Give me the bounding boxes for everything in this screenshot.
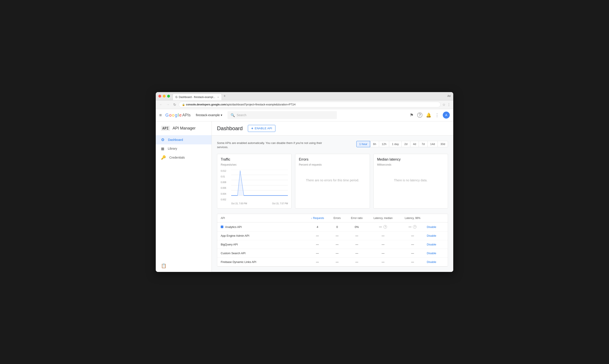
content-header: Dashboard + ENABLE API: [212, 121, 453, 136]
project-dropdown-arrow: ▾: [221, 113, 222, 117]
search-bar[interactable]: 🔍 Search: [228, 111, 337, 119]
traffic-chart-title: Traffic: [221, 157, 288, 161]
table-row: App Engine Admin API — — — — — Disable: [217, 232, 448, 240]
action-appengine[interactable]: Disable: [427, 234, 444, 237]
feedback-icon[interactable]: 📋: [161, 263, 167, 268]
help-icon-98-analytics[interactable]: ?: [413, 225, 416, 229]
time-filter-14d[interactable]: 14d: [428, 141, 438, 147]
logo-apis-text: APIs: [182, 113, 191, 117]
traffic-lights: [158, 95, 170, 98]
main-layout: API API Manager ⚙ Dashboard ▦ Library 🔑 …: [156, 121, 453, 272]
chart-svg-area: [231, 170, 288, 201]
latency-98-bigquery: —: [398, 243, 427, 246]
search-icon: 🔍: [231, 113, 235, 117]
address-url: console.developers.google.com/apis/dashb…: [186, 103, 296, 106]
action-customsearch[interactable]: Disable: [427, 252, 444, 255]
api-table: API ↓ Requests Errors Error ratio Latenc…: [217, 214, 448, 267]
forward-button[interactable]: →: [165, 103, 171, 106]
sidebar-item-credentials[interactable]: 🔑 Credentials: [156, 153, 211, 162]
new-tab-button[interactable]: +: [222, 94, 228, 98]
credentials-icon: 🔑: [161, 155, 166, 160]
notifications-icon[interactable]: 🔔: [426, 112, 431, 118]
sidebar-item-label-library: Library: [168, 147, 177, 150]
address-input[interactable]: 🔒 console.developers.google.com/apis/das…: [179, 102, 441, 107]
traffic-chart: 0.012 0.01 0.008 0.006 0.004 0.002: [221, 170, 288, 205]
errors-customsearch: —: [328, 252, 346, 255]
table-row: Firebase Dynamic Links API — — — — — Dis…: [217, 258, 448, 266]
back-button[interactable]: ←: [158, 103, 164, 106]
errors-bigquery: —: [328, 243, 346, 246]
title-bar: G Dashboard - firestack-exampl... × + Ar…: [156, 92, 453, 100]
sidebar: API API Manager ⚙ Dashboard ▦ Library 🔑 …: [156, 121, 212, 272]
action-analytics[interactable]: Disable: [427, 225, 444, 229]
chart-x-labels: Oct 15, 7:00 PM Oct 15, 7:57 PM: [231, 202, 288, 205]
col-requests[interactable]: ↓ Requests: [307, 217, 328, 220]
latency-median-analytics: — ?: [368, 225, 398, 229]
time-filter-7d[interactable]: 7d: [419, 141, 427, 147]
minimize-button[interactable]: [163, 95, 166, 98]
latency-median-bigquery: —: [368, 243, 398, 246]
tab-close-icon[interactable]: ×: [218, 96, 219, 98]
maximize-button[interactable]: [167, 95, 170, 98]
time-filter-1hour[interactable]: 1 hour: [356, 141, 370, 147]
api-name-analytics: Analytics API: [221, 225, 307, 229]
api-name-appengine: App Engine Admin API: [221, 234, 307, 237]
sort-arrow: ↓: [311, 217, 312, 220]
action-firebase[interactable]: Disable: [427, 260, 444, 264]
hamburger-menu[interactable]: ≡: [159, 113, 162, 118]
enable-api-button[interactable]: + ENABLE API: [248, 125, 275, 132]
latency-chart-subtitle: Milliseconds: [377, 163, 444, 166]
api-logo: API: [161, 126, 170, 131]
latency-98-firebase: —: [398, 260, 427, 264]
errors-chart-subtitle: Percent of requests: [299, 163, 366, 166]
traffic-chart-card: Traffic Requests/sec 0.012 0.01 0.008 0.…: [217, 154, 292, 208]
alert-icon[interactable]: ⚑: [410, 112, 414, 118]
avatar[interactable]: A: [443, 112, 450, 118]
enable-api-label: ENABLE API: [255, 127, 272, 130]
col-api: API: [221, 217, 307, 220]
errors-chart-title: Errors: [299, 157, 366, 161]
latency-chart-title: Median latency: [377, 157, 444, 161]
active-tab[interactable]: G Dashboard - firestack-exampl... ×: [173, 94, 222, 100]
sidebar-item-library[interactable]: ▦ Library: [156, 144, 211, 153]
tab-title: Dashboard - firestack-exampl...: [179, 96, 215, 99]
table-row: BigQuery API — — — — — Disable: [217, 240, 448, 249]
col-actions: [427, 217, 444, 220]
header-actions: ⚑ ? 🔔 ⋮ A: [410, 112, 450, 118]
tab-bar: G Dashboard - firestack-exampl... × + Ar…: [173, 92, 451, 100]
errors-empty-msg: There are no errors for this time period…: [299, 170, 366, 191]
api-name-customsearch: Custom Search API: [221, 252, 307, 255]
latency-98-appengine: —: [398, 234, 427, 237]
table-row: Analytics API 4 0 0% — ? — ? Disable: [217, 222, 448, 232]
time-filter-12h[interactable]: 12h: [379, 141, 389, 147]
time-filter-1day[interactable]: 1 day: [389, 141, 402, 147]
page-title: Dashboard: [217, 125, 243, 131]
latency-chart-card: Median latency Milliseconds There is no …: [373, 154, 448, 208]
time-filter-2d[interactable]: 2d: [402, 141, 410, 147]
secure-icon: 🔒: [182, 103, 185, 106]
more-options-icon[interactable]: ⋮: [447, 103, 451, 107]
address-bar: ← → ↻ 🔒 console.developers.google.com/ap…: [156, 100, 453, 109]
errors-analytics: 0: [328, 225, 346, 229]
time-filter-30d[interactable]: 30d: [438, 141, 448, 147]
more-icon[interactable]: ⋮: [435, 112, 439, 118]
col-latency-98: Latency, 98%: [398, 217, 427, 220]
requests-bigquery: —: [307, 243, 328, 246]
error-ratio-firebase: —: [346, 260, 368, 264]
action-bigquery[interactable]: Disable: [427, 243, 444, 246]
latency-median-appengine: —: [368, 234, 398, 237]
error-ratio-bigquery: —: [346, 243, 368, 246]
time-filter-4d[interactable]: 4d: [410, 141, 419, 147]
refresh-button[interactable]: ↻: [172, 103, 177, 107]
sidebar-item-dashboard[interactable]: ⚙ Dashboard: [156, 135, 211, 144]
address-actions: ☆ ⋮: [442, 103, 451, 107]
close-button[interactable]: [158, 95, 161, 98]
help-icon[interactable]: ?: [417, 112, 422, 118]
traffic-svg: [231, 170, 288, 201]
help-icon-median-analytics[interactable]: ?: [383, 225, 387, 229]
chart-y-labels: 0.012 0.01 0.008 0.006 0.004 0.002: [221, 170, 226, 205]
sidebar-title: API Manager: [173, 126, 195, 130]
project-selector[interactable]: firestack-example ▾: [194, 112, 224, 118]
bookmark-icon[interactable]: ☆: [442, 103, 445, 107]
time-filter-6h[interactable]: 6h: [370, 141, 379, 147]
